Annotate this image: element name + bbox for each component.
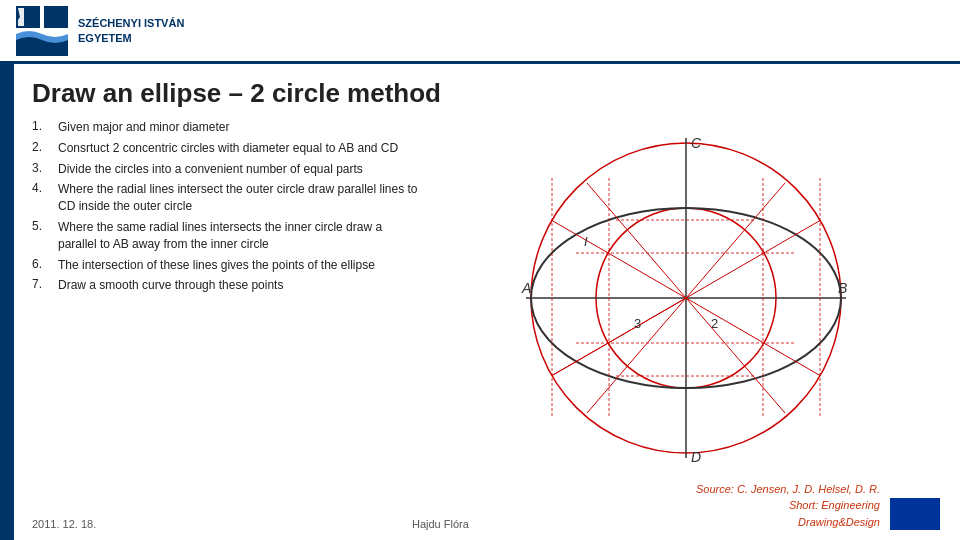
step-5-number: 5. [32,219,50,233]
logo-text: SZÉCHENYI ISTVÁN EGYETEM [78,16,184,45]
step-6-text: The intersection of these lines gives th… [58,257,375,274]
blue-accent-box [890,498,940,530]
step-2-text: Consrtuct 2 concentric circles with diam… [58,140,398,157]
source-line3: Drawing&Design [696,514,880,531]
source-line1: Source: C. Jensen, J. D. Helsel, D. R. [696,481,880,498]
svg-line-13 [686,183,785,298]
logo-area: SZÉCHENYI ISTVÁN EGYETEM [16,6,184,56]
step-1-number: 1. [32,119,50,133]
source-and-box: Source: C. Jensen, J. D. Helsel, D. R. S… [696,481,940,531]
step-7-text: Draw a smooth curve through these points [58,277,283,294]
step-6-number: 6. [32,257,50,271]
svg-line-12 [552,298,686,376]
page-title: Draw an ellipse – 2 circle method [32,78,940,109]
university-name-line2: EGYETEM [78,31,184,45]
university-logo [16,6,68,56]
step-2-number: 2. [32,140,50,154]
step-4-number: 4. [32,181,50,195]
step-7: 7. Draw a smooth curve through these poi… [32,277,422,294]
step-2: 2. Consrtuct 2 concentric circles with d… [32,140,422,157]
svg-rect-1 [44,6,68,28]
step-1: 1. Given major and minor diameter [32,119,422,136]
step-4: 4. Where the radial lines intersect the … [32,181,422,215]
svg-text:D: D [691,449,701,465]
step-5-text: Where the same radial lines intersects t… [58,219,422,253]
svg-text:2: 2 [711,316,718,331]
svg-text:I: I [584,234,588,249]
left-accent-bar [0,64,14,540]
content-area: Draw an ellipse – 2 circle method 1. Giv… [0,64,960,540]
step-4-text: Where the radial lines intersect the out… [58,181,422,215]
source-line2: Short: Engineering [696,497,880,514]
diagram-column: A B C D I 2 3 [432,119,940,477]
step-3-number: 3. [32,161,50,175]
step-3-text: Divide the circles into a convenient num… [58,161,363,178]
main-body: Draw an ellipse – 2 circle method 1. Giv… [14,64,960,540]
svg-text:A: A [521,280,531,296]
svg-text:B: B [838,280,847,296]
step-3: 3. Divide the circles into a convenient … [32,161,422,178]
svg-text:C: C [691,135,702,151]
two-column-layout: 1. Given major and minor diameter 2. Con… [32,119,940,477]
svg-line-11 [552,220,686,298]
svg-line-16 [686,298,785,413]
step-7-number: 7. [32,277,50,291]
step-1-text: Given major and minor diameter [58,119,229,136]
step-6: 6. The intersection of these lines gives… [32,257,422,274]
svg-line-8 [686,220,820,298]
source-citation: Source: C. Jensen, J. D. Helsel, D. R. S… [696,481,880,531]
footer-name: Hajdu Flóra [412,518,469,530]
step-5: 5. Where the same radial lines intersect… [32,219,422,253]
svg-line-9 [686,298,820,376]
university-name-line1: SZÉCHENYI ISTVÁN [78,16,184,30]
svg-text:3: 3 [634,316,641,331]
footer-date: 2011. 12. 18. [32,518,96,530]
svg-line-14 [587,183,686,298]
steps-column: 1. Given major and minor diameter 2. Con… [32,119,422,477]
ellipse-diagram: A B C D I 2 3 [516,128,856,468]
header: SZÉCHENYI ISTVÁN EGYETEM [0,0,960,64]
